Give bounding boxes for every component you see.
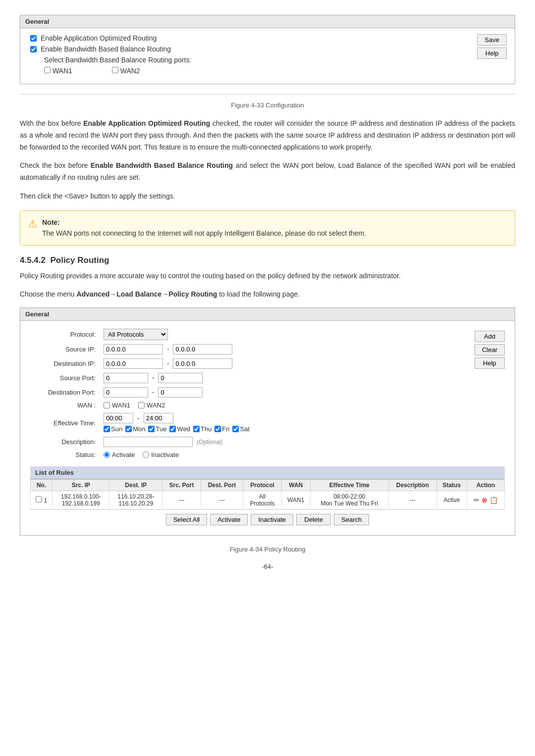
activate-label[interactable]: Activate bbox=[104, 451, 135, 458]
wan2-policy-label[interactable]: WAN2 bbox=[138, 402, 165, 409]
protocol1: All bbox=[259, 493, 266, 500]
row-checkbox[interactable] bbox=[36, 496, 42, 503]
wan1-policy-text: WAN1 bbox=[112, 402, 130, 409]
col-action: Action bbox=[467, 480, 504, 491]
protocol-cell: All Protocols bbox=[100, 327, 424, 342]
wan1-checkbox[interactable] bbox=[44, 67, 51, 73]
search-button[interactable]: Search bbox=[334, 514, 369, 525]
action-icons: ✏ ⊗ 📋 bbox=[470, 496, 501, 504]
help-button[interactable]: Help bbox=[477, 48, 507, 59]
src-port-from[interactable] bbox=[104, 373, 148, 383]
save-button[interactable]: Save bbox=[477, 34, 507, 46]
row-dest-port: --- bbox=[201, 491, 243, 509]
clear-button[interactable]: Clear bbox=[475, 344, 505, 355]
figure34-caption: Figure 4-34 Policy Routing bbox=[20, 546, 515, 553]
wan-checkboxes: WAN1 WAN2 bbox=[104, 402, 420, 409]
activate-button[interactable]: Activate bbox=[210, 514, 248, 525]
policy-help-button[interactable]: Help bbox=[475, 357, 505, 369]
effective-time-label: Effective Time: bbox=[30, 411, 100, 435]
protocol-select[interactable]: All Protocols bbox=[104, 329, 168, 340]
dest-port-separator: - bbox=[152, 388, 155, 396]
col-wan: WAN bbox=[281, 480, 310, 491]
col-src-ip: Src. IP bbox=[53, 480, 109, 491]
days-row: Sun Mon Tue Wed Thu Fri Sat bbox=[104, 425, 501, 433]
para5: Choose the menu Advanced→Load Balance→Po… bbox=[20, 289, 515, 301]
description-label: Description: bbox=[30, 435, 100, 449]
para4: Policy Routing provides a more accurate … bbox=[20, 270, 515, 282]
dest-ip-from[interactable] bbox=[104, 358, 163, 369]
policy-form-table: Protocol: All Protocols Add Clear Help S… bbox=[30, 327, 505, 460]
inactivate-radio[interactable] bbox=[143, 452, 149, 458]
mon-label[interactable]: Mon bbox=[125, 425, 145, 433]
inactivate-button[interactable]: Inactivate bbox=[251, 514, 293, 525]
protocol-row: Protocol: All Protocols Add Clear Help bbox=[30, 327, 505, 342]
sat-label[interactable]: Sat bbox=[232, 425, 250, 433]
app-optimized-checkbox[interactable] bbox=[30, 35, 37, 42]
wan1-policy-checkbox[interactable] bbox=[104, 402, 110, 408]
wan-label: WAN : bbox=[30, 400, 100, 411]
inactivate-label[interactable]: Inactivate bbox=[143, 451, 179, 458]
policy-general-header: General bbox=[20, 308, 515, 321]
table-row: 1 192.168.0.100- 192.168.0.199 116.10.20… bbox=[31, 491, 505, 509]
wed-checkbox[interactable] bbox=[169, 426, 176, 432]
fri-checkbox[interactable] bbox=[214, 426, 221, 432]
description-input[interactable] bbox=[104, 437, 193, 447]
col-protocol: Protocol bbox=[243, 480, 281, 491]
row-src-port: --- bbox=[162, 491, 201, 509]
wan2-label[interactable]: WAN2 bbox=[112, 67, 140, 75]
time-to[interactable] bbox=[144, 413, 173, 423]
row-description: --- bbox=[388, 491, 436, 509]
page-number: -64- bbox=[20, 563, 515, 570]
eff-time2: Mon Tue Wed Thu Fri bbox=[321, 500, 378, 507]
source-ip-to[interactable] bbox=[173, 344, 232, 354]
src-ip1: 192.168.0.100- bbox=[61, 493, 101, 500]
edit-icon[interactable]: ✏ bbox=[474, 496, 480, 504]
col-effective-time: Effective Time bbox=[310, 480, 388, 491]
checkbox-row-1: Enable Application Optimized Routing bbox=[30, 34, 505, 42]
inactivate-text: Inactivate bbox=[151, 451, 179, 458]
wan-checkboxes-row: WAN1 WAN2 bbox=[44, 67, 505, 75]
wan2-checkbox[interactable] bbox=[112, 67, 118, 73]
dest-port-from[interactable] bbox=[104, 387, 148, 398]
src-port-to[interactable] bbox=[158, 373, 203, 383]
protocol-label: Protocol: bbox=[30, 327, 100, 342]
mon-checkbox[interactable] bbox=[125, 426, 132, 432]
dest-ip-to[interactable] bbox=[173, 358, 232, 369]
description-cell: (Optional) bbox=[100, 435, 424, 449]
rules-btn-bar: Select All Activate Inactivate Delete Se… bbox=[30, 509, 505, 529]
general-header: General bbox=[20, 15, 515, 28]
copy-icon[interactable]: 📋 bbox=[489, 496, 498, 504]
thu-checkbox[interactable] bbox=[193, 426, 200, 432]
select-all-button[interactable]: Select All bbox=[166, 514, 207, 525]
sat-checkbox[interactable] bbox=[232, 426, 239, 432]
activate-text: Activate bbox=[112, 451, 135, 458]
status-row: Status: Activate Inactivate bbox=[30, 449, 505, 460]
warning-icon: ⚠ bbox=[28, 218, 37, 230]
eff-time1: 08:00-22:00 bbox=[333, 493, 365, 500]
bandwidth-balance-checkbox[interactable] bbox=[30, 46, 37, 52]
dest-port-label: Destination Port: bbox=[30, 385, 100, 400]
dest-port-to[interactable] bbox=[158, 387, 203, 398]
dest-ip1: 116.10.20.28- bbox=[117, 493, 154, 500]
row-no: 1 bbox=[44, 497, 47, 504]
wed-label[interactable]: Wed bbox=[169, 425, 190, 433]
row-wan: WAN1 bbox=[281, 491, 310, 509]
sun-label[interactable]: Sun bbox=[104, 425, 122, 433]
rules-table: No. Src. IP Dest. IP Src. Port Dest. Por… bbox=[30, 479, 505, 509]
activate-radio[interactable] bbox=[104, 452, 110, 458]
thu-label[interactable]: Thu bbox=[193, 425, 212, 433]
wan1-policy-label[interactable]: WAN1 bbox=[104, 402, 130, 409]
col-description: Description bbox=[388, 480, 436, 491]
source-ip-from[interactable] bbox=[104, 344, 163, 354]
tue-label[interactable]: Tue bbox=[148, 425, 166, 433]
delete-icon[interactable]: ⊗ bbox=[482, 496, 487, 504]
delete-button[interactable]: Delete bbox=[296, 514, 331, 525]
description-row: Description: (Optional) bbox=[30, 435, 505, 449]
time-from[interactable] bbox=[104, 413, 133, 423]
add-button[interactable]: Add bbox=[475, 331, 505, 342]
tue-checkbox[interactable] bbox=[148, 426, 155, 432]
sun-checkbox[interactable] bbox=[104, 426, 110, 432]
wan2-policy-checkbox[interactable] bbox=[138, 402, 145, 408]
fri-label[interactable]: Fri bbox=[214, 425, 229, 433]
wan1-label[interactable]: WAN1 bbox=[44, 67, 72, 75]
